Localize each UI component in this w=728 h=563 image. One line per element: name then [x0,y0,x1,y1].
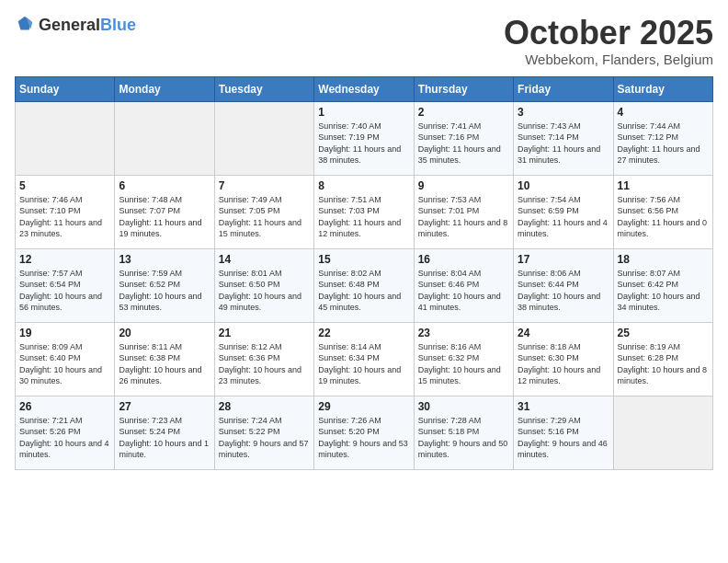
day-info: Sunrise: 7:21 AM Sunset: 5:26 PM Dayligh… [19,415,110,461]
calendar-cell [214,101,313,175]
day-number: 9 [418,179,509,192]
day-number: 30 [418,400,509,413]
calendar-cell: 29Sunrise: 7:26 AM Sunset: 5:20 PM Dayli… [314,396,414,469]
day-number: 15 [318,253,409,266]
calendar-cell [115,101,214,175]
day-number: 8 [318,179,409,192]
calendar-cell: 3Sunrise: 7:43 AM Sunset: 7:14 PM Daylig… [514,101,613,175]
weekday-header-thursday: Thursday [414,76,513,101]
day-info: Sunrise: 7:59 AM Sunset: 6:52 PM Dayligh… [119,268,210,314]
day-info: Sunrise: 7:41 AM Sunset: 7:16 PM Dayligh… [418,121,509,167]
calendar-cell: 8Sunrise: 7:51 AM Sunset: 7:03 PM Daylig… [314,175,414,248]
day-info: Sunrise: 8:18 AM Sunset: 6:30 PM Dayligh… [518,341,609,387]
calendar-cell: 24Sunrise: 8:18 AM Sunset: 6:30 PM Dayli… [514,322,613,396]
day-number: 1 [318,106,409,119]
calendar-cell: 28Sunrise: 7:24 AM Sunset: 5:22 PM Dayli… [214,396,313,469]
calendar-cell: 21Sunrise: 8:12 AM Sunset: 6:36 PM Dayli… [214,322,313,396]
calendar-week-row: 12Sunrise: 7:57 AM Sunset: 6:54 PM Dayli… [16,248,713,322]
day-number: 31 [518,400,609,413]
weekday-header-friday: Friday [514,76,613,101]
day-info: Sunrise: 7:40 AM Sunset: 7:19 PM Dayligh… [318,121,409,167]
weekday-header-monday: Monday [115,76,214,101]
day-number: 23 [418,327,509,339]
calendar-cell: 22Sunrise: 8:14 AM Sunset: 6:34 PM Dayli… [314,322,414,396]
calendar-table: SundayMondayTuesdayWednesdayThursdayFrid… [15,76,713,470]
day-info: Sunrise: 8:07 AM Sunset: 6:42 PM Dayligh… [618,268,709,314]
weekday-header-saturday: Saturday [613,76,712,101]
day-info: Sunrise: 7:46 AM Sunset: 7:10 PM Dayligh… [19,194,110,240]
day-number: 2 [418,106,509,119]
day-number: 26 [19,400,110,413]
calendar-cell: 20Sunrise: 8:11 AM Sunset: 6:38 PM Dayli… [115,322,214,396]
day-number: 11 [618,179,709,192]
weekday-header-wednesday: Wednesday [314,76,414,101]
day-number: 18 [618,253,709,266]
calendar-cell: 17Sunrise: 8:06 AM Sunset: 6:44 PM Dayli… [514,248,613,322]
logo: GeneralBlue [15,15,136,35]
day-number: 16 [418,253,509,266]
calendar-cell: 26Sunrise: 7:21 AM Sunset: 5:26 PM Dayli… [16,396,115,469]
calendar-cell [16,101,115,175]
calendar-cell: 6Sunrise: 7:48 AM Sunset: 7:07 PM Daylig… [115,175,214,248]
day-number: 7 [219,179,310,192]
calendar-cell: 11Sunrise: 7:56 AM Sunset: 6:56 PM Dayli… [613,175,712,248]
calendar-cell: 25Sunrise: 8:19 AM Sunset: 6:28 PM Dayli… [613,322,712,396]
day-info: Sunrise: 8:04 AM Sunset: 6:46 PM Dayligh… [418,268,509,314]
day-info: Sunrise: 7:43 AM Sunset: 7:14 PM Dayligh… [518,121,609,167]
day-number: 24 [518,327,609,339]
day-info: Sunrise: 7:56 AM Sunset: 6:56 PM Dayligh… [618,194,709,240]
day-info: Sunrise: 7:24 AM Sunset: 5:22 PM Dayligh… [219,415,310,461]
logo-text-blue: Blue [100,16,136,34]
day-info: Sunrise: 7:48 AM Sunset: 7:07 PM Dayligh… [119,194,210,240]
day-info: Sunrise: 7:54 AM Sunset: 6:59 PM Dayligh… [518,194,609,240]
day-number: 17 [518,253,609,266]
calendar-week-row: 5Sunrise: 7:46 AM Sunset: 7:10 PM Daylig… [16,175,713,248]
day-number: 3 [518,106,609,119]
day-number: 14 [219,253,310,266]
calendar-cell: 12Sunrise: 7:57 AM Sunset: 6:54 PM Dayli… [16,248,115,322]
calendar-cell: 19Sunrise: 8:09 AM Sunset: 6:40 PM Dayli… [16,322,115,396]
calendar-cell: 14Sunrise: 8:01 AM Sunset: 6:50 PM Dayli… [214,248,313,322]
day-info: Sunrise: 8:16 AM Sunset: 6:32 PM Dayligh… [418,341,509,387]
day-number: 29 [318,400,409,413]
logo-icon [15,15,35,35]
day-number: 13 [119,253,210,266]
day-number: 5 [19,179,110,192]
weekday-header-sunday: Sunday [16,76,115,101]
calendar-cell: 30Sunrise: 7:28 AM Sunset: 5:18 PM Dayli… [414,396,513,469]
calendar-cell: 13Sunrise: 7:59 AM Sunset: 6:52 PM Dayli… [115,248,214,322]
calendar-week-row: 26Sunrise: 7:21 AM Sunset: 5:26 PM Dayli… [16,396,713,469]
day-number: 4 [618,106,709,119]
day-info: Sunrise: 7:51 AM Sunset: 7:03 PM Dayligh… [318,194,409,240]
main-title: October 2025 [504,15,713,52]
day-info: Sunrise: 8:12 AM Sunset: 6:36 PM Dayligh… [219,341,310,387]
calendar-cell: 7Sunrise: 7:49 AM Sunset: 7:05 PM Daylig… [214,175,313,248]
day-number: 6 [119,179,210,192]
day-info: Sunrise: 7:49 AM Sunset: 7:05 PM Dayligh… [219,194,310,240]
day-info: Sunrise: 8:02 AM Sunset: 6:48 PM Dayligh… [318,268,409,314]
calendar-cell: 4Sunrise: 7:44 AM Sunset: 7:12 PM Daylig… [613,101,712,175]
calendar-week-row: 1Sunrise: 7:40 AM Sunset: 7:19 PM Daylig… [16,101,713,175]
day-number: 27 [119,400,210,413]
day-info: Sunrise: 8:01 AM Sunset: 6:50 PM Dayligh… [219,268,310,314]
day-info: Sunrise: 7:26 AM Sunset: 5:20 PM Dayligh… [318,415,409,461]
weekday-header-tuesday: Tuesday [214,76,313,101]
day-info: Sunrise: 7:28 AM Sunset: 5:18 PM Dayligh… [418,415,509,461]
title-block: October 2025 Webbekom, Flanders, Belgium [504,15,713,67]
calendar-cell: 10Sunrise: 7:54 AM Sunset: 6:59 PM Dayli… [514,175,613,248]
page-header: GeneralBlue October 2025 Webbekom, Fland… [15,15,713,67]
day-number: 28 [219,400,310,413]
calendar-cell: 27Sunrise: 7:23 AM Sunset: 5:24 PM Dayli… [115,396,214,469]
subtitle: Webbekom, Flanders, Belgium [504,52,713,67]
day-info: Sunrise: 8:06 AM Sunset: 6:44 PM Dayligh… [518,268,609,314]
day-number: 12 [19,253,110,266]
calendar-cell: 15Sunrise: 8:02 AM Sunset: 6:48 PM Dayli… [314,248,414,322]
day-number: 22 [318,327,409,339]
day-number: 21 [219,327,310,339]
day-number: 25 [618,327,709,339]
day-number: 19 [19,327,110,339]
day-info: Sunrise: 8:14 AM Sunset: 6:34 PM Dayligh… [318,341,409,387]
weekday-header-row: SundayMondayTuesdayWednesdayThursdayFrid… [16,76,713,101]
calendar-cell: 18Sunrise: 8:07 AM Sunset: 6:42 PM Dayli… [613,248,712,322]
calendar-cell: 16Sunrise: 8:04 AM Sunset: 6:46 PM Dayli… [414,248,513,322]
